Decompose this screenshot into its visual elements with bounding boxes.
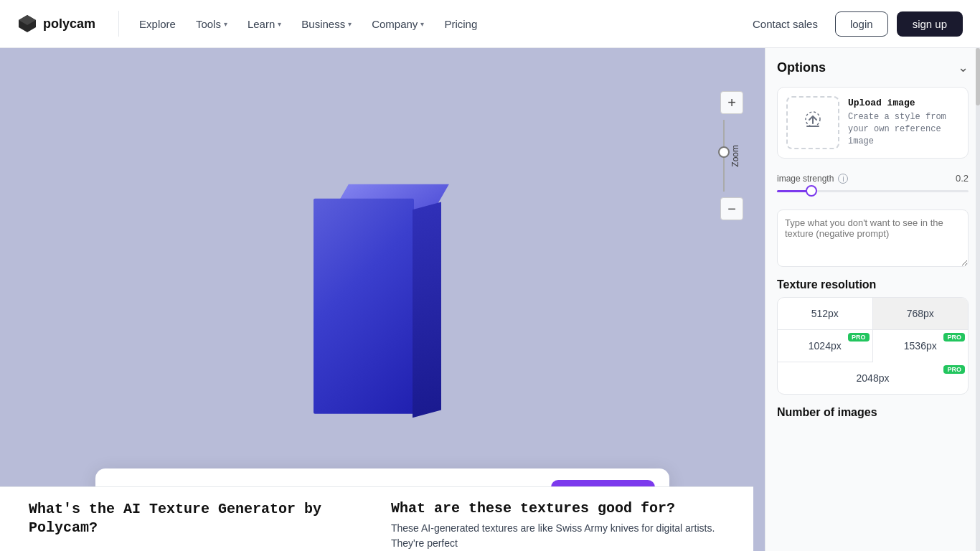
box-front-face xyxy=(314,198,414,413)
login-button[interactable]: login xyxy=(835,11,888,37)
zoom-in-button[interactable]: + xyxy=(720,91,743,114)
strength-label: image strength xyxy=(777,174,834,184)
learn-chevron-icon: ▾ xyxy=(278,20,281,28)
scrollbar-thumb[interactable] xyxy=(976,48,980,105)
resolution-title: Texture resolution xyxy=(777,278,969,291)
main-container: + Zoom − ✨ Generate Options xyxy=(0,48,980,551)
negative-prompt-textarea[interactable] xyxy=(777,209,969,267)
bottom-left: What's the AI Texture Generator by Polyc… xyxy=(29,500,362,551)
nav-right: Contact sales login sign up xyxy=(744,11,963,37)
options-header: Options ⌄ xyxy=(777,60,969,75)
texture-resolution-section: Texture resolution 512px 768px 1024px PR… xyxy=(777,278,969,395)
res-2048px[interactable]: 2048px PRO xyxy=(778,362,968,394)
bottom-left-title: What's the AI Texture Generator by Polyc… xyxy=(29,500,362,537)
logo-icon xyxy=(17,14,37,34)
slider-track xyxy=(777,190,969,192)
nav-tools[interactable]: Tools ▾ xyxy=(187,12,236,36)
navbar: polycam Explore Tools ▾ Learn ▾ Business… xyxy=(0,0,980,48)
nav-pricing[interactable]: Pricing xyxy=(435,12,486,36)
scrollbar-track xyxy=(976,48,980,551)
zoom-slider-wrapper: Zoom xyxy=(723,114,740,197)
bottom-right-title: What are these textures good for? xyxy=(391,500,725,517)
3d-box xyxy=(314,184,428,406)
nav-divider xyxy=(118,11,119,37)
res-512px[interactable]: 512px xyxy=(778,298,873,330)
cloud-upload-icon xyxy=(801,109,824,137)
company-chevron-icon: ▾ xyxy=(420,20,424,28)
pro-badge-1024: PRO xyxy=(848,333,870,342)
res-768px[interactable]: 768px xyxy=(873,298,969,330)
strength-value: 0.2 xyxy=(956,173,969,184)
right-panel: Options ⌄ Upload image Create a style fr… xyxy=(765,48,980,551)
box-side-face xyxy=(413,202,441,418)
pro-badge-2048: PRO xyxy=(943,365,965,374)
zoom-control: + Zoom − xyxy=(720,91,743,220)
strength-slider[interactable] xyxy=(777,184,969,198)
res-1536px[interactable]: 1536px PRO xyxy=(873,330,969,362)
res-1024px[interactable]: 1024px PRO xyxy=(778,330,873,362)
bottom-right: What are these textures good for? These … xyxy=(391,500,725,551)
upload-desc: Create a style from your own reference i… xyxy=(848,111,959,147)
canvas-area: + Zoom − ✨ Generate xyxy=(0,48,765,551)
info-icon: i xyxy=(838,174,848,184)
business-chevron-icon: ▾ xyxy=(348,20,352,28)
logo[interactable]: polycam xyxy=(17,14,95,34)
upload-image-card: Upload image Create a style from your ow… xyxy=(777,87,969,159)
zoom-label: Zoom xyxy=(730,145,740,167)
number-of-images-title: Number of images xyxy=(777,406,969,422)
logo-text: polycam xyxy=(43,17,95,32)
pro-badge-1536: PRO xyxy=(943,333,965,342)
options-title: Options xyxy=(777,60,826,75)
zoom-out-button[interactable]: − xyxy=(720,197,743,220)
nav-explore[interactable]: Explore xyxy=(131,12,184,36)
nav-business[interactable]: Business ▾ xyxy=(293,12,360,36)
zoom-track xyxy=(723,120,725,192)
image-strength-section: image strength i 0.2 xyxy=(777,170,969,198)
nav-company[interactable]: Company ▾ xyxy=(363,12,433,36)
nav-learn[interactable]: Learn ▾ xyxy=(239,12,290,36)
upload-text: Upload image Create a style from your ow… xyxy=(848,98,959,147)
collapse-options-button[interactable]: ⌄ xyxy=(958,60,969,75)
tools-chevron-icon: ▾ xyxy=(224,20,227,28)
upload-title: Upload image xyxy=(848,98,959,108)
upload-dropzone[interactable] xyxy=(786,96,839,149)
zoom-thumb[interactable] xyxy=(718,146,730,158)
nav-items: Explore Tools ▾ Learn ▾ Business ▾ Compa… xyxy=(131,12,744,36)
3d-model xyxy=(314,184,428,406)
signup-button[interactable]: sign up xyxy=(897,11,963,37)
resolution-grid: 512px 768px 1024px PRO 1536px PRO 2048px… xyxy=(777,297,969,395)
strength-row: image strength i 0.2 xyxy=(777,173,969,184)
bottom-right-desc: These AI-generated textures are like Swi… xyxy=(391,521,725,551)
bottom-info-row: What's the AI Texture Generator by Polyc… xyxy=(0,486,753,551)
contact-sales-button[interactable]: Contact sales xyxy=(744,12,826,36)
slider-thumb[interactable] xyxy=(806,185,817,197)
